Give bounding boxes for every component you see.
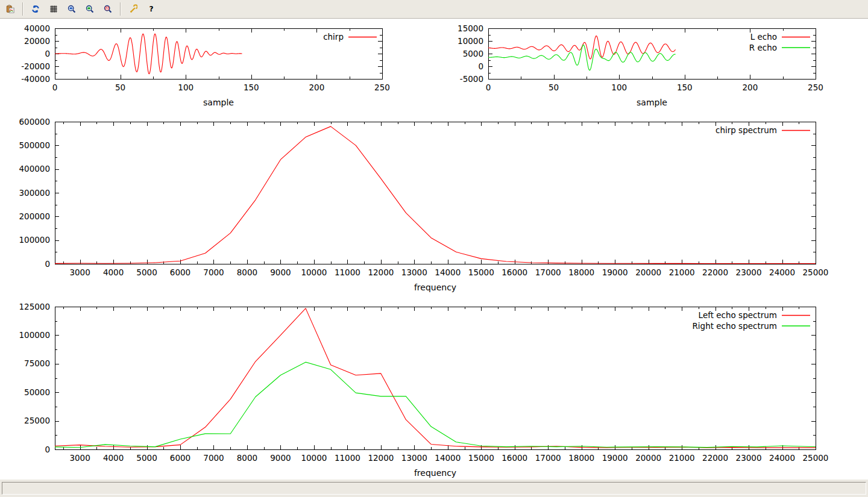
y-tick-label: 600000 [19,117,50,127]
x-tick-label: 20000 [635,453,661,463]
y-tick-label: 0 [45,259,50,269]
x-tick-label: 3000 [69,267,90,277]
x-tick-label: 18000 [568,453,594,463]
x-tick-label: 8000 [237,453,257,463]
x-tick-label: 150 [244,83,259,92]
series-chirp-spectrum [55,127,816,264]
x-tick-label: 5000 [136,267,157,277]
plots-svg[interactable]: 050100150200250-40000-2000002000040000sa… [0,19,868,480]
x-tick-label: 15000 [468,453,494,463]
x-tick-label: 9000 [270,453,291,463]
y-tick-label: 500000 [19,140,50,150]
x-tick-label: 24000 [769,267,795,277]
configure-button[interactable] [125,1,141,17]
copy-to-clipboard-button[interactable] [2,1,18,17]
x-tick-label: 200 [743,83,758,92]
y-tick-label: 100000 [19,330,50,340]
y-tick-label: 5000 [463,49,483,58]
x-tick-label: 17000 [535,453,561,463]
x-tick-label: 22000 [702,267,728,277]
x-tick-label: 200 [309,83,325,92]
help-button[interactable]: ? [143,1,159,17]
autoscale-button[interactable] [100,1,116,17]
svg-text:?: ? [149,5,153,13]
legend-label: chirp spectrum [715,125,777,135]
x-tick-label: 19000 [602,453,628,463]
x-tick-label: 6000 [170,453,190,463]
legend-label: R echo [749,43,777,52]
x-axis-title: frequency [414,283,456,292]
y-tick-label: -40000 [21,74,50,84]
plot-chirp-spectrum[interactable]: 3000400050006000700080009000100001100012… [19,117,828,293]
series-r-echo [488,45,676,70]
toolbar-separator [22,2,24,16]
y-tick-label: 50000 [24,387,50,397]
x-tick-label: 25000 [803,453,829,463]
x-tick-label: 10000 [301,453,327,463]
x-tick-label: 14000 [435,267,461,277]
y-tick-label: 400000 [19,164,50,173]
x-tick-label: 16000 [502,267,527,277]
x-tick-label: 5000 [136,453,157,463]
y-tick-label: 0 [45,445,50,454]
y-tick-label: 25000 [24,416,50,425]
x-tick-label: 100 [178,83,193,92]
x-tick-label: 12000 [368,453,394,463]
y-tick-label: 40000 [24,23,50,33]
plot-canvas[interactable]: 050100150200250-40000-2000002000040000sa… [0,19,868,480]
y-tick-label: 200000 [19,211,50,221]
replot-button[interactable] [28,1,43,17]
y-tick-label: 0 [478,61,483,71]
x-tick-label: 24000 [769,453,795,463]
grid-icon [49,3,58,15]
y-tick-label: 300000 [19,188,50,198]
x-tick-label: 13000 [401,453,427,463]
zoom-autoscale-icon [104,3,112,15]
y-tick-label: 15000 [458,23,483,33]
x-tick-label: 250 [808,83,823,92]
clipboard-plot-icon [6,3,14,15]
help-icon: ? [147,3,156,15]
x-tick-label: 3000 [69,453,90,463]
x-tick-label: 17000 [535,267,561,277]
x-tick-label: 7000 [203,453,224,463]
y-tick-label: 75000 [24,358,50,368]
zoom-previous-icon [68,3,76,15]
zoom-next-button[interactable] [82,1,98,17]
y-tick-label: 100000 [19,235,50,245]
zoom-previous-button[interactable] [64,1,80,17]
x-tick-label: 22000 [702,453,728,463]
legend-label: Left echo spectrum [699,310,777,320]
legend-label: Right echo spectrum [692,321,777,331]
x-tick-label: 0 [52,83,58,92]
x-tick-label: 16000 [502,453,527,463]
x-tick-label: 14000 [435,453,461,463]
x-tick-label: 19000 [602,267,628,277]
legend-label: chirp [323,32,344,42]
x-tick-label: 23000 [736,453,762,463]
series-chirp [55,34,242,73]
plot-echo-time[interactable]: 050100150200250-5000050001000015000sampl… [458,23,823,108]
toggle-grid-button[interactable] [46,1,61,17]
x-tick-label: 11000 [335,453,360,463]
toolbar: ? [0,0,868,19]
x-tick-label: 7000 [203,267,224,277]
x-axis-title: frequency [414,468,456,478]
x-tick-label: 50 [549,83,559,92]
refresh-icon [31,3,40,15]
plot-chirp-time[interactable]: 050100150200250-40000-2000002000040000sa… [21,23,390,108]
x-tick-label: 12000 [368,267,394,277]
statusbar-text [2,482,866,495]
plot-border [55,122,816,264]
x-tick-label: 21000 [669,267,695,277]
plot-echo-spectrum[interactable]: 3000400050006000700080009000100001100012… [19,302,828,478]
x-tick-label: 50 [115,83,125,92]
toolbar-separator [120,2,121,16]
y-tick-label: -20000 [21,61,50,71]
x-tick-label: 21000 [669,453,695,463]
wrench-icon [129,3,137,15]
y-tick-label: 20000 [24,36,50,46]
x-tick-label: 9000 [270,267,291,277]
x-axis-title: sample [637,98,667,107]
x-tick-label: 100 [611,83,627,92]
